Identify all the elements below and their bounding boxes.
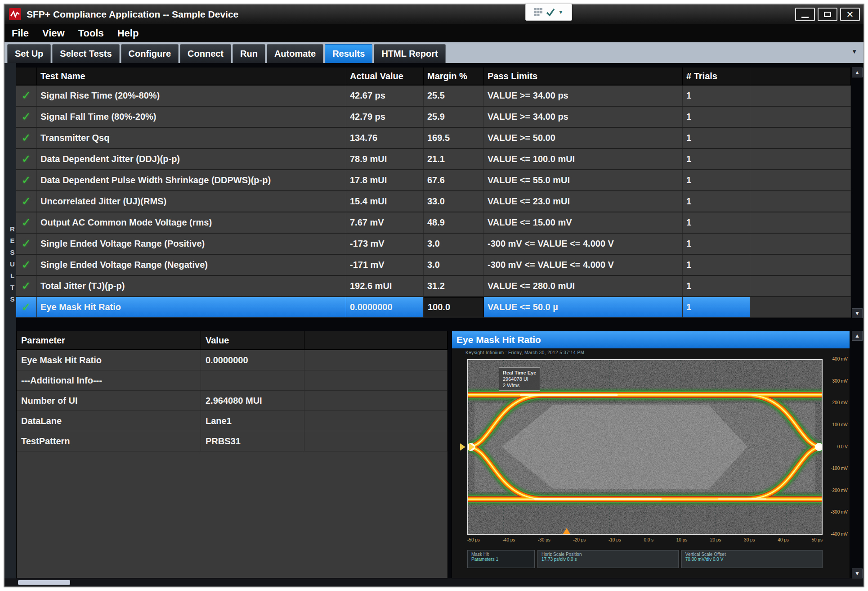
actual-value-cell: 15.4 mUI — [346, 191, 424, 212]
margin-cell: 33.0 — [424, 191, 484, 212]
parameter-filler-cell — [304, 431, 447, 451]
horizontal-scrollbar-thumb[interactable] — [18, 580, 70, 585]
row-filler-cell — [750, 276, 851, 296]
test-result-row[interactable]: ✓ Output AC Common Mode Voltage (rms) 7.… — [16, 212, 851, 234]
margin-cell: 100.0 — [424, 297, 484, 317]
close-button[interactable]: ✕ — [840, 8, 860, 21]
test-result-row[interactable]: ✓ Transmitter Qsq 134.76 169.5 VALUE >= … — [16, 128, 851, 149]
tab[interactable]: Set Up — [7, 44, 51, 63]
test-result-row[interactable]: ✓ Single Ended Voltage Range (Positive) … — [16, 234, 851, 255]
parameter-value-cell: Lane1 — [201, 411, 304, 431]
results-scrollbar[interactable]: ▲ ▼ — [851, 68, 864, 318]
test-name-cell: Single Ended Voltage Range (Positive) — [37, 234, 346, 254]
scroll-down-icon[interactable]: ▼ — [852, 568, 863, 578]
voltage-axis-label: 200 mV — [832, 400, 848, 405]
menu-item[interactable]: View — [42, 27, 65, 39]
test-name-cell: Data Dependent Pulse Width Shrinkage (DD… — [37, 170, 346, 190]
parameter-row[interactable]: Eye Mask Hit Ratio 0.0000000 — [17, 350, 447, 370]
realtime-eye-infobox: Real Time Eye 2964078 UI 2 Wfms — [499, 367, 540, 391]
tab[interactable]: Select Tests — [52, 44, 119, 63]
parameter-name-cell: Number of UI — [17, 391, 201, 411]
maximize-icon — [824, 12, 831, 17]
test-result-row[interactable]: ✓ Total Jitter (TJ)(p-p) 192.6 mUI 31.2 … — [16, 276, 851, 297]
row-filler-cell — [750, 86, 851, 106]
menu-bar: File View Tools Help — [4, 24, 864, 42]
scroll-up-icon[interactable]: ▲ — [852, 68, 863, 77]
parameter-filler-cell — [304, 391, 447, 411]
tab-overflow-chevron[interactable]: ▼ — [851, 48, 857, 55]
scope-status-item: Vertical Scale Offset 70.00 mV/div 0.0 V — [681, 550, 823, 568]
scope-timestamp: Keysight Infiniium : Friday, March 30, 2… — [465, 350, 584, 355]
capture-toolbar[interactable]: ▼ — [525, 4, 572, 21]
parameter-row[interactable]: DataLane Lane1 — [17, 411, 447, 431]
column-header-parameter: Parameter — [17, 331, 201, 349]
column-header-trials: # Trials — [683, 68, 750, 85]
voltage-axis-labels: 400 mV 300 mV 200 mV 100 mV 0.0 V -100 m… — [824, 356, 848, 537]
test-name-cell: Signal Fall Time (80%-20%) — [37, 107, 346, 127]
test-result-row[interactable]: ✓ Data Dependent Jitter (DDJ)(p-p) 78.9 … — [16, 149, 851, 170]
time-axis-label: -30 ps — [538, 537, 550, 542]
trials-cell: 1 — [683, 297, 750, 317]
test-result-row[interactable]: ✓ Single Ended Voltage Range (Negative) … — [16, 255, 851, 276]
pass-limits-cell: VALUE >= 34.00 ps — [484, 86, 683, 106]
column-header-value: Value — [201, 331, 304, 349]
scope-status-label: Mask Hit — [471, 552, 531, 557]
menu-item[interactable]: File — [12, 27, 29, 39]
tab[interactable]: Run — [233, 44, 265, 63]
row-filler-cell — [750, 212, 851, 233]
test-result-row[interactable]: ✓ Data Dependent Pulse Width Shrinkage (… — [16, 170, 851, 191]
actual-value-cell: 192.6 mUI — [346, 276, 424, 296]
minimize-button[interactable] — [795, 8, 815, 21]
tab[interactable]: HTML Report — [374, 44, 445, 63]
app-icon — [9, 8, 21, 20]
scope-status-bar: Mask Hit Parameters 1 Horiz Scale Positi… — [467, 550, 823, 568]
pass-limits-cell: VALUE <= 15.00 mV — [484, 212, 683, 233]
parameter-row[interactable]: Number of UI 2.964080 MUI — [17, 391, 447, 411]
actual-value-cell: 78.9 mUI — [346, 149, 424, 169]
pass-limits-cell: VALUE >= 34.00 ps — [484, 107, 683, 127]
mask-region-number: 3 — [565, 482, 568, 489]
menu-item[interactable]: Help — [117, 27, 139, 39]
row-filler-cell — [750, 149, 851, 169]
time-axis-label: -10 ps — [608, 537, 621, 542]
test-result-row[interactable]: ✓ Eye Mask Hit Ratio 0.0000000 100.0 VAL… — [16, 297, 851, 318]
pass-limits-cell: -300 mV <= VALUE <= 4.000 V — [484, 234, 683, 254]
tab[interactable]: Results — [325, 44, 372, 63]
scroll-up-icon[interactable]: ▲ — [852, 331, 863, 341]
tab[interactable]: Automate — [267, 44, 323, 63]
test-result-row[interactable]: ✓ Signal Fall Time (80%-20%) 42.79 ps 25… — [16, 107, 851, 128]
margin-cell: 25.9 — [424, 107, 484, 127]
actual-value-cell: -173 mV — [346, 234, 424, 254]
test-result-row[interactable]: ✓ Uncorrelated Jitter (UJ)(RMS) 15.4 mUI… — [16, 191, 851, 212]
pass-check-icon: ✓ — [16, 255, 37, 275]
row-filler-cell — [750, 255, 851, 275]
tab[interactable]: Connect — [180, 44, 231, 63]
test-name-cell: Uncorrelated Jitter (UJ)(RMS) — [37, 191, 346, 212]
detail-scrollbar[interactable]: ▲ ▼ — [851, 331, 864, 578]
horizontal-scrollbar[interactable] — [4, 578, 864, 586]
results-table: Test Name Actual Value Margin % Pass Lim… — [16, 68, 851, 318]
time-axis-label: -20 ps — [573, 537, 586, 542]
maximize-button[interactable] — [818, 8, 837, 21]
parameter-row[interactable]: TestPattern PRBS31 — [17, 431, 447, 451]
scope-status-item: Mask Hit Parameters 1 — [467, 550, 535, 568]
pass-check-icon: ✓ — [16, 149, 37, 169]
title-bar[interactable]: SFP+ Compliance Application -- Sample De… — [4, 5, 864, 24]
actual-value-cell: 7.67 mV — [346, 212, 424, 233]
row-filler-cell — [750, 191, 851, 212]
parameter-name-cell: DataLane — [17, 411, 201, 431]
voltage-axis-label: -100 mV — [831, 466, 848, 471]
pass-check-icon: ✓ — [16, 128, 37, 148]
menu-item[interactable]: Tools — [78, 27, 104, 39]
voltage-axis-label: 300 mV — [832, 379, 848, 383]
pass-check-icon: ✓ — [16, 170, 37, 190]
column-header-pass-limits: Pass Limits — [484, 68, 683, 85]
test-result-row[interactable]: ✓ Signal Rise Time (20%-80%) 42.67 ps 25… — [16, 86, 851, 107]
voltage-axis-label: -400 mV — [831, 532, 848, 537]
time-axis-label: -50 ps — [467, 537, 480, 542]
trials-cell: 1 — [683, 86, 750, 106]
parameter-row[interactable]: ---Additional Info--- — [17, 370, 447, 391]
scope-status-item: Horiz Scale Position 17.73 ps/div 0.0 s — [537, 550, 679, 568]
scroll-down-icon[interactable]: ▼ — [852, 308, 863, 318]
tab[interactable]: Configure — [121, 44, 179, 63]
